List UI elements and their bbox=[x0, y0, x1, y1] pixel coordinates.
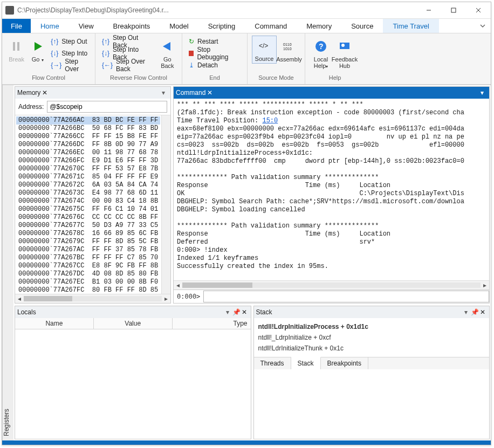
memory-row[interactable]: 00000000`77A2676C CC CC CC CC 8B FF bbox=[16, 213, 160, 222]
go-label: Go bbox=[32, 56, 40, 63]
minimize-button[interactable] bbox=[416, 2, 441, 18]
command-close-icon[interactable]: ✕ bbox=[205, 89, 214, 97]
command-options-icon[interactable]: ▾ bbox=[481, 89, 487, 97]
memory-row[interactable]: 00000000`77A266AC 83 BD BC FE FF FF bbox=[16, 116, 160, 125]
source-mode-button[interactable]: </> Source bbox=[252, 36, 277, 64]
memory-scrollbar[interactable] bbox=[161, 115, 170, 294]
stack-frame[interactable]: ntdll!_LdrpInitialize + 0xcf bbox=[258, 332, 485, 343]
end-group-label: End bbox=[182, 74, 247, 84]
stack-close-icon[interactable]: ✕ bbox=[478, 308, 487, 316]
memory-row[interactable]: 00000000`77A267DC 4D 08 8D 85 80 FB bbox=[16, 270, 160, 278]
memory-row[interactable]: 00000000`77A2679C FF FF 8D 85 5C FB bbox=[16, 238, 160, 246]
memory-row[interactable]: 00000000`77A2672C 6A 03 5A 84 CA 74 bbox=[16, 181, 160, 189]
memory-row[interactable]: 00000000`77A266FC E9 D1 E6 FF FF 3D bbox=[16, 157, 160, 165]
tab-model[interactable]: Model bbox=[160, 19, 198, 33]
svg-text:?: ? bbox=[319, 42, 324, 51]
tab-scripting[interactable]: Scripting bbox=[198, 19, 245, 33]
feedback-label: Feedback Hub bbox=[332, 56, 358, 69]
svg-rect-5 bbox=[17, 42, 19, 51]
bottom-tab-threads[interactable]: Threads bbox=[254, 357, 291, 369]
memory-row[interactable]: 00000000`77A266EC 00 11 98 77 68 78 bbox=[16, 149, 160, 157]
stack-options-icon[interactable]: ▾ bbox=[464, 308, 471, 316]
stack-frame[interactable]: ntdll!LdrInitializeThunk + 0x1c bbox=[258, 343, 485, 354]
tab-time-travel[interactable]: Time Travel bbox=[383, 19, 438, 33]
detach-button[interactable]: ⤓Detach bbox=[187, 59, 243, 71]
memory-row[interactable]: 00000000`77A2677C 50 D3 A9 77 33 C5 bbox=[16, 222, 160, 230]
memory-row[interactable]: 00000000`77A267CC E8 8F 9C FB FF 8B bbox=[16, 262, 160, 270]
locals-close-icon[interactable]: ✕ bbox=[240, 308, 249, 316]
ribbon: Break Go ▾ {↑}Step Out {↓}Step Into {→}S… bbox=[2, 33, 491, 85]
step-over-button[interactable]: {→}Step Over bbox=[49, 59, 91, 71]
step-over-back-label: Step Over Back bbox=[116, 58, 154, 73]
memory-row[interactable]: 00000000`77A267FC 80 FB FF FF 8D 85 bbox=[16, 286, 160, 294]
command-hscroll[interactable]: ◂▸ bbox=[174, 280, 489, 290]
address-input[interactable] bbox=[47, 101, 167, 113]
locals-col-value[interactable]: Value bbox=[94, 318, 173, 329]
source-label: Source bbox=[255, 56, 274, 62]
svg-rect-4 bbox=[13, 42, 15, 51]
memory-row[interactable]: 00000000`77A266BC 50 68 FC FF 83 BD bbox=[16, 125, 160, 133]
assembly-label: Assembly bbox=[276, 56, 302, 63]
stack-list[interactable]: ntdll!LdrpInitializeProcess + 0x1d1cntdl… bbox=[254, 318, 490, 357]
memory-row[interactable]: 00000000`77A2673C E4 98 77 68 6D 11 bbox=[16, 189, 160, 197]
address-label: Address: bbox=[18, 103, 44, 111]
maximize-button[interactable] bbox=[441, 2, 466, 18]
locals-col-type[interactable]: Type bbox=[173, 318, 251, 329]
memory-row[interactable]: 00000000`77A266DC FF 8B 0D 90 77 A9 bbox=[16, 141, 160, 149]
memory-row[interactable]: 00000000`77A2674C 00 00 83 C4 18 8B bbox=[16, 197, 160, 205]
registers-tab[interactable]: Registers bbox=[2, 85, 13, 440]
command-input[interactable] bbox=[203, 291, 489, 302]
memory-hscroll[interactable]: ◂▸ bbox=[15, 294, 170, 303]
locals-col-name[interactable]: Name bbox=[15, 318, 94, 329]
local-help-button[interactable]: ? Local Help▾ bbox=[310, 36, 332, 70]
memory-close-icon[interactable]: ✕ bbox=[40, 89, 49, 97]
command-prompt-label: 0:000> bbox=[174, 293, 203, 300]
source-mode-group-label: Source Mode bbox=[248, 74, 305, 84]
svg-text:1010: 1010 bbox=[283, 47, 292, 51]
flow-control-group-label: Flow Control bbox=[2, 74, 95, 84]
memory-row[interactable]: 00000000`77A267AC FF FF 37 85 78 FB bbox=[16, 246, 160, 254]
file-menu[interactable]: File bbox=[2, 19, 31, 33]
go-back-button[interactable]: Go Back bbox=[157, 36, 177, 69]
tab-memory[interactable]: Memory bbox=[297, 19, 341, 33]
stack-title: Stack bbox=[256, 308, 272, 316]
svg-text:</>: </> bbox=[259, 42, 268, 50]
svg-text:0110: 0110 bbox=[283, 43, 292, 46]
svg-rect-13 bbox=[340, 43, 349, 49]
locals-pin-icon[interactable]: 📌 bbox=[232, 308, 240, 316]
tab-command[interactable]: Command bbox=[245, 19, 297, 33]
tab-home[interactable]: Home bbox=[31, 19, 69, 33]
go-back-label: Go Back bbox=[161, 56, 174, 69]
tab-breakpoints[interactable]: Breakpoints bbox=[104, 19, 160, 33]
reverse-flow-group-label: Reverse Flow Control bbox=[95, 74, 182, 84]
feedback-hub-button[interactable]: Feedback Hub bbox=[333, 36, 356, 69]
break-button[interactable]: Break bbox=[6, 36, 26, 63]
stop-label: Stop Debugging bbox=[197, 46, 241, 61]
memory-options-icon[interactable]: ▾ bbox=[162, 89, 168, 97]
memory-row[interactable]: 00000000`77A267EC B1 03 00 00 8B F0 bbox=[16, 278, 160, 286]
step-out-button[interactable]: {↑}Step Out bbox=[49, 36, 91, 47]
ribbon-collapse-icon[interactable] bbox=[475, 19, 491, 33]
locals-options-icon[interactable]: ▾ bbox=[226, 308, 232, 316]
stack-frame[interactable]: ntdll!LdrpInitializeProcess + 0x1d1c bbox=[258, 321, 485, 332]
go-button[interactable]: Go ▾ bbox=[28, 36, 47, 64]
memory-row[interactable]: 00000000`77A2670C FF FF 53 57 E8 7B bbox=[16, 165, 160, 173]
memory-row[interactable]: 00000000`77A266CC FF FF 15 B8 FE FF bbox=[16, 133, 160, 141]
assembly-mode-button[interactable]: 01101010 Assembly bbox=[278, 36, 300, 63]
memory-list[interactable]: 00000000`77A266AC 83 BD BC FE FF FF00000… bbox=[15, 115, 161, 294]
stop-debugging-button[interactable]: Stop Debugging bbox=[187, 47, 243, 59]
bottom-tab-stack[interactable]: Stack bbox=[291, 357, 321, 369]
step-over-back-button[interactable]: {←}Step Over Back bbox=[100, 59, 156, 71]
stack-pin-icon[interactable]: 📌 bbox=[471, 308, 478, 316]
memory-row[interactable]: 00000000`77A2678C 16 66 89 85 6C FB bbox=[16, 230, 160, 238]
command-output[interactable]: *** ** *** **** ***** *********** ***** … bbox=[174, 99, 489, 280]
memory-row[interactable]: 00000000`77A267BC FF FF FF C7 85 70 bbox=[16, 254, 160, 262]
tab-view[interactable]: View bbox=[69, 19, 104, 33]
command-header: Command ✕ ▾ bbox=[174, 87, 489, 99]
tab-source[interactable]: Source bbox=[341, 19, 383, 33]
memory-row[interactable]: 00000000`77A2675C FF F6 C1 10 74 01 bbox=[16, 205, 160, 213]
bottom-tab-breakpoints[interactable]: Breakpoints bbox=[321, 357, 368, 369]
locals-body bbox=[15, 329, 251, 439]
close-button[interactable] bbox=[466, 2, 491, 18]
memory-row[interactable]: 00000000`77A2671C 85 04 FF FF FF E9 bbox=[16, 173, 160, 181]
